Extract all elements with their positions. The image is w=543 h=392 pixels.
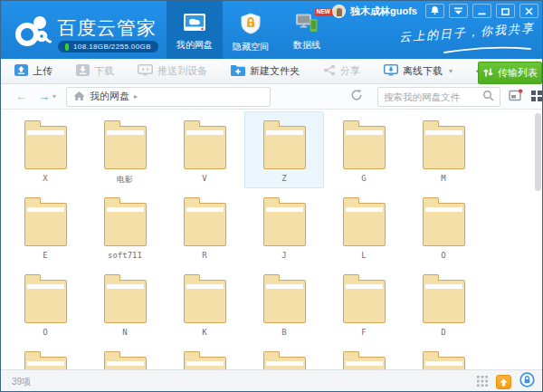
- maximize-button[interactable]: [496, 4, 515, 18]
- folder-icon: [24, 126, 67, 169]
- folder-tile[interactable]: D: [404, 265, 483, 342]
- search-icon[interactable]: [482, 89, 494, 105]
- folder-icon: [24, 280, 67, 323]
- folder-tile[interactable]: L: [324, 188, 404, 265]
- main-tabs: 我的网盘 隐藏空间 NEW: [167, 1, 335, 59]
- folder-icon: [343, 280, 386, 323]
- lock-circle-icon: [519, 372, 535, 391]
- history-dropdown-icon[interactable]: ▾: [52, 92, 56, 100]
- data-line-icon: [295, 13, 319, 36]
- file-grid-area: X 电影 V Z G M E soft711 R J L O O N: [1, 110, 542, 369]
- folder-icon: [263, 280, 306, 323]
- folder-tile[interactable]: [244, 342, 324, 369]
- folder-tile[interactable]: G: [324, 111, 404, 188]
- folder-tile[interactable]: V: [165, 111, 244, 188]
- storage-pill: 108.18GB/2255.00GB: [58, 41, 158, 53]
- upload-icon: [14, 64, 28, 78]
- folder-label: O: [441, 251, 445, 261]
- scrollbar-thumb[interactable]: [535, 113, 541, 191]
- folder-icon: [423, 126, 465, 169]
- toolbar: 上传 下载 推送到设备: [1, 59, 542, 84]
- maximize-icon: [501, 3, 510, 19]
- folder-tile[interactable]: J: [244, 188, 324, 265]
- folder-icon: [184, 126, 226, 169]
- folder-icon: [423, 280, 465, 323]
- folder-tile[interactable]: O: [404, 188, 483, 265]
- back-button[interactable]: ←: [15, 91, 27, 102]
- folder-tile[interactable]: B: [244, 265, 324, 342]
- refresh-button[interactable]: [350, 89, 363, 105]
- offline-download-dropdown-icon[interactable]: ▾: [449, 67, 452, 75]
- download-button[interactable]: 下载: [76, 64, 114, 78]
- tab-data-line[interactable]: NEW 数据线: [279, 1, 335, 59]
- navigation-bar: ← → ▾ 我的网盘 ▸: [1, 84, 542, 110]
- folder-tile[interactable]: K: [165, 265, 244, 342]
- folder-tile[interactable]: M: [404, 111, 483, 188]
- folder-tile[interactable]: [165, 342, 244, 369]
- folder-tile[interactable]: E: [5, 188, 85, 265]
- folder-tile[interactable]: R: [165, 188, 244, 265]
- share-button[interactable]: 分享: [323, 64, 360, 78]
- new-folder-button[interactable]: 新建文件夹: [231, 64, 300, 78]
- push-to-device-button[interactable]: 推送到设备: [138, 64, 207, 78]
- folder-tile[interactable]: X: [5, 111, 85, 188]
- folder-tile[interactable]: [5, 342, 85, 369]
- close-button[interactable]: [519, 4, 538, 18]
- tab-hidden-space[interactable]: 隐藏空间: [223, 1, 279, 59]
- storage-indicator-icon: [65, 43, 69, 51]
- grid-view-button[interactable]: [531, 89, 542, 105]
- folder-tile[interactable]: N: [85, 265, 165, 342]
- offline-download-button[interactable]: 离线下载 ▾: [384, 64, 452, 79]
- baidu-cloud-logo: [14, 14, 53, 52]
- titlebar-controls: 独木成林guofs: [332, 4, 538, 18]
- minimize-button[interactable]: [472, 4, 491, 18]
- folder-tile[interactable]: Z: [244, 111, 324, 188]
- tab-hidden-space-label: 隐藏空间: [233, 41, 269, 53]
- status-bar: 39项: [1, 369, 542, 392]
- slogan-underline: [443, 43, 533, 59]
- upload-label: 上传: [33, 64, 52, 78]
- folder-tile[interactable]: O: [5, 265, 85, 342]
- breadcrumb-root-label[interactable]: 我的网盘: [90, 90, 129, 103]
- folder-icon: [24, 357, 67, 369]
- folder-tile[interactable]: 电影: [85, 111, 165, 188]
- folder-label: F: [361, 328, 366, 338]
- storage-text: 108.18GB/2255.00GB: [73, 43, 151, 51]
- folder-tile[interactable]: [324, 342, 404, 369]
- titlebar: 百度云管家 108.18GB/2255.00GB 我的网盘: [1, 1, 542, 59]
- download-label: 下载: [94, 64, 114, 78]
- folder-label: L: [361, 251, 366, 261]
- up-arrow-icon: [500, 374, 508, 390]
- close-icon: [525, 3, 533, 19]
- transfer-list-button[interactable]: 传输列表: [478, 62, 542, 84]
- menu-dropdown-icon: [453, 3, 463, 19]
- folder-icon: [184, 203, 226, 246]
- search-input[interactable]: [384, 91, 482, 102]
- search-box: [377, 87, 500, 107]
- user-avatar[interactable]: [332, 5, 346, 18]
- folder-tile[interactable]: F: [324, 265, 404, 342]
- folder-tile[interactable]: [85, 342, 165, 369]
- share-label: 分享: [340, 64, 360, 78]
- forward-button[interactable]: →: [38, 91, 50, 102]
- apps-grid-button[interactable]: [477, 374, 488, 390]
- breadcrumb[interactable]: 我的网盘 ▸: [66, 87, 271, 107]
- tab-my-drive[interactable]: 我的网盘: [167, 1, 223, 59]
- hidden-space-lock-button[interactable]: [519, 372, 535, 391]
- shield-lock-icon: [240, 13, 262, 38]
- quick-upload-button[interactable]: [496, 375, 511, 389]
- list-view-button[interactable]: [509, 89, 523, 105]
- folder-label: O: [43, 328, 47, 338]
- nine-dots-icon: [477, 374, 488, 390]
- folder-label: M: [441, 174, 445, 184]
- minimize-icon: [478, 3, 486, 19]
- folder-label: Z: [281, 174, 286, 184]
- folder-tile[interactable]: soft711: [85, 188, 165, 265]
- folder-icon: [184, 280, 226, 323]
- folder-icon: [343, 126, 386, 169]
- main-menu-button[interactable]: [449, 4, 468, 18]
- notification-bell-button[interactable]: [425, 4, 444, 18]
- folder-label: K: [202, 328, 206, 338]
- upload-button[interactable]: 上传: [14, 64, 52, 78]
- folder-tile[interactable]: [404, 342, 483, 369]
